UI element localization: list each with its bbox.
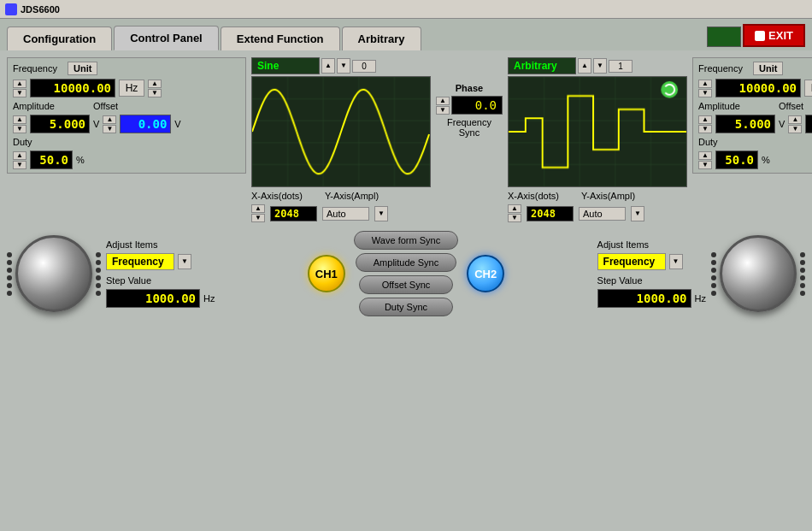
ch1-freq-spinner[interactable]: ▲ ▼ [13, 80, 26, 97]
ch1-channel-num[interactable]: 0 [352, 60, 376, 73]
ch2-channel-num[interactable]: 1 [609, 60, 633, 73]
tab-control-panel[interactable]: Control Panel [114, 26, 219, 50]
ch1-knob[interactable] [15, 235, 92, 312]
ch1-duty-up[interactable]: ▲ [13, 151, 26, 160]
ch1-freq-up[interactable]: ▲ [13, 80, 26, 88]
ch2-amp-down[interactable]: ▼ [698, 125, 712, 133]
ch2-knob[interactable] [720, 235, 797, 312]
ch1-unit-up[interactable]: ▲ [148, 80, 162, 88]
ch1-duty-value-row: ▲ ▼ 50.0 % [13, 150, 240, 169]
ch1-waveform-down[interactable]: ▼ [337, 58, 350, 74]
ch1-freq-down[interactable]: ▼ [13, 89, 26, 97]
ch1-axis-values: ▲ ▼ 2048 Auto ▼ [251, 204, 431, 222]
ch2-amp-label: Amplitude [698, 101, 750, 111]
ch2-waveform-down[interactable]: ▼ [593, 58, 607, 74]
ch2-amp-display[interactable]: 5.000 [715, 115, 775, 133]
knob-dot [96, 268, 101, 273]
ch1-offset-label: Offset [93, 101, 144, 111]
ch2-adjust-freq[interactable]: Frequency [597, 253, 666, 270]
ch1-amp-value-row: ▲ ▼ 5.000 V ▲ ▼ 0.00 V [13, 115, 240, 133]
ch2-duty-down[interactable]: ▼ [698, 161, 712, 169]
ch1-freq-display[interactable]: 10000.00 [30, 79, 115, 97]
ch1-y-display[interactable]: Auto [322, 207, 369, 221]
amplitude-sync-btn[interactable]: Amplitude Sync [356, 253, 456, 272]
ch2-amp-spinner[interactable]: ▲ ▼ [698, 115, 712, 133]
ch1-unit-spinner[interactable]: ▲ ▼ [148, 80, 162, 97]
ch2-amp-label-row: Amplitude Offset [698, 101, 812, 111]
phase-down[interactable]: ▼ [436, 106, 450, 115]
ch1-duty-spinner[interactable]: ▲ ▼ [13, 151, 26, 169]
ch2-amp-up[interactable]: ▲ [698, 115, 712, 124]
ch1-offset-display[interactable]: 0.00 [120, 115, 171, 133]
ch2-freq-up[interactable]: ▲ [698, 80, 712, 88]
ch2-waveform-up[interactable]: ▲ [578, 58, 591, 74]
ch1-amp-up[interactable]: ▲ [13, 115, 26, 124]
ch2-x-down[interactable]: ▼ [508, 214, 521, 222]
phase-up[interactable]: ▲ [436, 97, 450, 105]
ch1-adjust-freq[interactable]: Frequency [106, 253, 174, 270]
ch2-x-spinner[interactable]: ▲ ▼ [508, 204, 521, 222]
waveform-sync-btn[interactable]: Wave form Sync [354, 231, 458, 250]
ch2-freq-display[interactable]: 10000.00 [715, 79, 801, 97]
duty-sync-btn[interactable]: Duty Sync [359, 298, 453, 316]
knob-dot [7, 283, 12, 288]
ch2-waveform-selector: Arbitrary ▲ ▼ 1 [508, 57, 687, 74]
phase-display[interactable]: 0.0 [451, 96, 503, 115]
ch1-x-spinner[interactable]: ▲ ▼ [251, 204, 265, 222]
ch2-y-down[interactable]: ▼ [631, 206, 644, 221]
ch1-x-display[interactable]: 2048 [270, 206, 317, 221]
ch2-duty-display[interactable]: 50.0 [715, 150, 758, 169]
ch2-freq-down[interactable]: ▼ [698, 89, 712, 97]
ch2-offset-spinner[interactable]: ▲ ▼ [788, 115, 802, 133]
ch2-y-display[interactable]: Auto [579, 207, 626, 221]
ch1-amp-down[interactable]: ▼ [13, 125, 26, 133]
knob-dot [800, 252, 805, 257]
ch1-waveform-type[interactable]: Sine [251, 57, 320, 74]
ch2-freq-spinner[interactable]: ▲ ▼ [698, 80, 712, 97]
tab-configuration[interactable]: Configuration [7, 27, 112, 50]
knob-dot [800, 291, 805, 296]
knob-dot [711, 283, 716, 288]
ch2-x-display[interactable]: 2048 [527, 206, 574, 221]
ch2-waveform-type[interactable]: Arbitrary [508, 57, 576, 74]
phase-spinner[interactable]: ▲ ▼ [436, 97, 450, 115]
ch1-circle[interactable]: CH1 [308, 255, 345, 292]
waveform-displays: Sine ▲ ▼ 0 X-Axis(dots) Y-Axis(Ampl) [251, 57, 687, 222]
ch1-waveform-up[interactable]: ▲ [321, 58, 335, 74]
ch1-offset-up[interactable]: ▲ [103, 115, 116, 124]
ch2-circle[interactable]: CH2 [467, 255, 504, 292]
ch1-amp-spinner[interactable]: ▲ ▼ [13, 115, 26, 133]
tab-arbitrary[interactable]: Arbitrary [342, 27, 421, 50]
ch1-x-up[interactable]: ▲ [251, 204, 265, 213]
ch2-adjust-down[interactable]: ▼ [669, 254, 683, 269]
ch2-offset-display[interactable]: 0.00 [805, 115, 812, 133]
ch1-duty-display[interactable]: 50.0 [30, 150, 73, 169]
ch2-x-up[interactable]: ▲ [508, 204, 521, 213]
top-row: Frequency Unit ▲ ▼ 10000.00 Hz ▲ ▼ [7, 57, 805, 222]
exit-button[interactable]: EXIT [743, 24, 805, 47]
knob-dot [96, 283, 101, 288]
ch1-waveform-container: Sine ▲ ▼ 0 X-Axis(dots) Y-Axis(Ampl) [251, 57, 431, 222]
ch2-duty-spinner[interactable]: ▲ ▼ [698, 151, 712, 169]
knob-dot [7, 291, 12, 296]
ch2-offset-up[interactable]: ▲ [788, 115, 802, 124]
ch2-offset-down[interactable]: ▼ [788, 125, 802, 133]
ch1-y-down[interactable]: ▼ [374, 206, 388, 221]
ch1-offset-down[interactable]: ▼ [103, 125, 116, 133]
tab-extend-function[interactable]: Extend Function [221, 27, 340, 50]
offset-sync-btn[interactable]: Offset Sync [359, 275, 453, 294]
ch1-duty-down[interactable]: ▼ [13, 161, 26, 169]
title-bar: JDS6600 [0, 0, 812, 19]
ch1-adjust-down[interactable]: ▼ [178, 254, 191, 269]
ch2-step-display[interactable]: 1000.00 [597, 289, 691, 308]
ch1-x-down[interactable]: ▼ [251, 214, 265, 222]
app-icon [5, 3, 17, 15]
title-text: JDS6600 [21, 4, 60, 15]
ch1-step-display[interactable]: 1000.00 [106, 289, 200, 308]
ch1-offset-unit: V [174, 119, 180, 129]
ch2-duty-up[interactable]: ▲ [698, 151, 712, 160]
ch1-offset-spinner[interactable]: ▲ ▼ [103, 115, 116, 133]
ch1-unit-down[interactable]: ▼ [148, 89, 162, 97]
knob-dot [800, 268, 805, 273]
ch1-amp-display[interactable]: 5.000 [30, 115, 90, 133]
